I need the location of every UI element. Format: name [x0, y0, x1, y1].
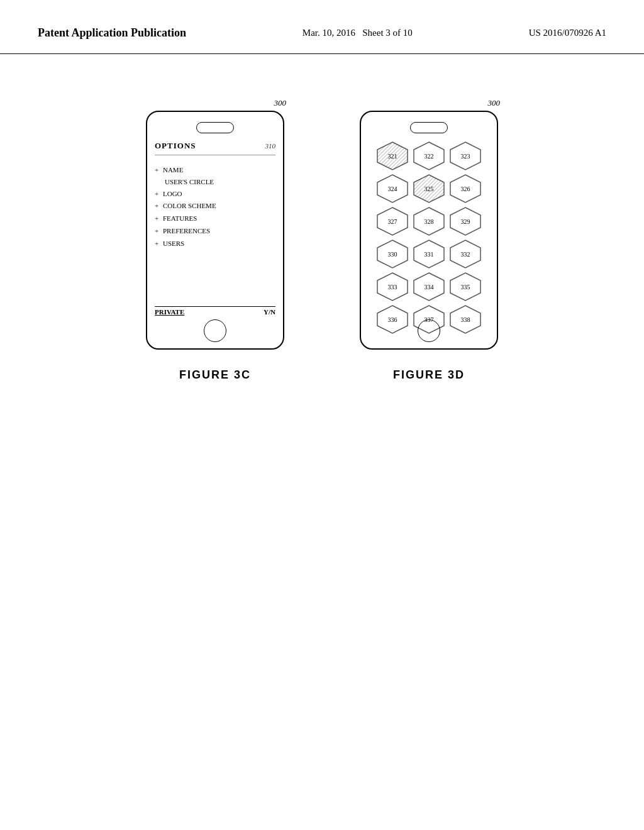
- hex-row-2: 324: [369, 174, 489, 204]
- main-content: 300 OPTIONS 310 + NAME USER'S CIRCLE + L…: [0, 60, 644, 407]
- hex-row-4: 330 331 332: [369, 239, 489, 269]
- hex-cell-330: 330: [375, 239, 409, 269]
- hex-row-3: 327 328 329: [369, 206, 489, 236]
- options-list: + NAME USER'S CIRCLE + LOGO + COLOR SCHE…: [155, 160, 275, 253]
- phone-3d: 300: [360, 111, 498, 350]
- options-title: OPTIONS: [155, 141, 196, 151]
- options-number: 310: [265, 142, 276, 150]
- figure-3d-container: 300: [360, 111, 498, 382]
- header-date-sheet: Mar. 10, 2016 Sheet 3 of 10: [303, 25, 413, 40]
- list-item: + NAME: [155, 164, 275, 177]
- pub-date: Mar. 10, 2016: [303, 28, 355, 38]
- private-label: PRIVATE: [155, 308, 184, 316]
- list-item: + PREFERENCES: [155, 225, 275, 238]
- options-header: OPTIONS 310: [155, 138, 275, 155]
- hex-screen: 321 322: [369, 138, 489, 342]
- page-header: Patent Application Publication Mar. 10, …: [0, 0, 644, 54]
- hex-cell-327: 327: [375, 206, 409, 236]
- hex-cell-333: 333: [375, 272, 409, 302]
- phone-content-3d: 321 322: [361, 138, 497, 342]
- options-footer: PRIVATE Y/N: [155, 306, 275, 316]
- list-item: + COLOR SCHEME: [155, 200, 275, 213]
- home-button-3c[interactable]: [204, 319, 226, 342]
- list-item: + USERS: [155, 238, 275, 250]
- hex-row-1: 321 322: [369, 141, 489, 171]
- hex-cell-335: 335: [448, 272, 482, 302]
- patent-number: US 2016/070926 A1: [529, 28, 606, 38]
- phone-label-3d: 300: [488, 98, 501, 108]
- figure-3c-label: FIGURE 3C: [179, 368, 251, 382]
- hex-cell-324: 324: [375, 174, 409, 204]
- phone-topbar-3d: [410, 122, 448, 133]
- hex-cell-322: 322: [412, 141, 446, 171]
- hex-cell-334: 334: [412, 272, 446, 302]
- hex-cell-338: 338: [448, 304, 482, 335]
- list-item: USER'S CIRCLE: [155, 177, 275, 188]
- publication-title: Patent Application Publication: [38, 26, 186, 39]
- hex-grid: 321 322: [369, 138, 489, 340]
- figure-3c-container: 300 OPTIONS 310 + NAME USER'S CIRCLE + L…: [146, 111, 284, 382]
- header-title: Patent Application Publication: [38, 25, 186, 41]
- header-patent-number: US 2016/070926 A1: [529, 25, 606, 40]
- hex-cell-321: 321: [375, 141, 409, 171]
- hex-cell-329: 329: [448, 206, 482, 236]
- hex-cell-332: 332: [448, 239, 482, 269]
- sheet-info: Sheet 3 of 10: [362, 28, 413, 38]
- phone-topbar-3c: [196, 122, 234, 133]
- phone-3c: 300 OPTIONS 310 + NAME USER'S CIRCLE + L…: [146, 111, 284, 350]
- hex-cell-326: 326: [448, 174, 482, 204]
- phone-label-3c: 300: [274, 98, 287, 108]
- list-item: + LOGO: [155, 188, 275, 201]
- hex-cell-328: 328: [412, 206, 446, 236]
- hex-cell-323: 323: [448, 141, 482, 171]
- hex-cell-336: 336: [375, 304, 409, 335]
- hex-row-5: 333 334 335: [369, 272, 489, 302]
- hex-cell-331: 331: [412, 239, 446, 269]
- hex-cell-325: 325: [412, 174, 446, 204]
- list-item: + FEATURES: [155, 213, 275, 225]
- figure-3d-label: FIGURE 3D: [393, 368, 465, 382]
- yn-label: Y/N: [264, 308, 275, 316]
